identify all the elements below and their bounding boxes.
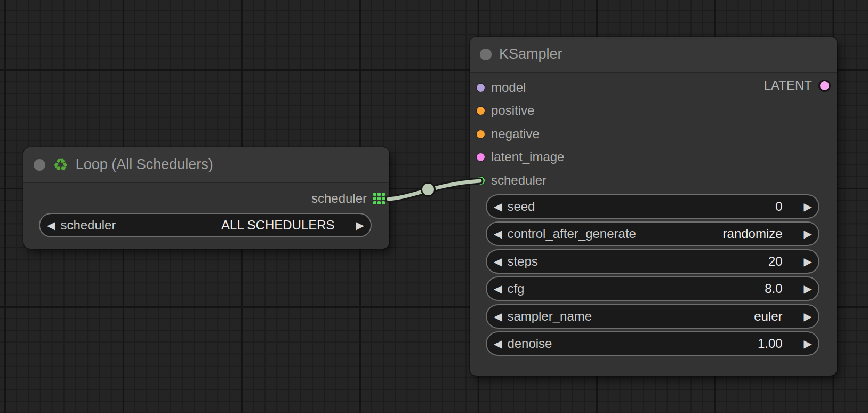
- graph-canvas[interactable]: { "icons": { "left_arrow": "◀", "right_a…: [0, 0, 868, 413]
- widget-value: randomize: [723, 226, 783, 241]
- output-port-latent[interactable]: LATENT: [764, 77, 831, 94]
- collapse-dot[interactable]: [34, 159, 45, 171]
- widget-name: sampler_name: [507, 309, 592, 324]
- node-header[interactable]: KSampler: [470, 37, 837, 73]
- input-port-latent-image[interactable]: latent_image: [477, 148, 564, 165]
- increment-arrow-icon[interactable]: ▶: [804, 201, 812, 212]
- widget-name: seed: [507, 199, 535, 214]
- widget-name: scheduler: [60, 218, 116, 233]
- widget-name: cfg: [507, 281, 524, 296]
- input-port-positive[interactable]: positive: [477, 102, 534, 119]
- grid-output-icon[interactable]: [373, 193, 385, 204]
- increment-arrow-icon[interactable]: ▶: [804, 283, 812, 294]
- input-label: negative: [491, 126, 540, 141]
- node-title: Loop (All Schedulers): [76, 156, 213, 173]
- node-ksampler[interactable]: KSampler model positive negative latent_…: [470, 37, 837, 376]
- widget-cfg[interactable]: ◀ cfg 8.0 ▶: [486, 276, 819, 301]
- input-port-negative[interactable]: negative: [477, 125, 540, 142]
- widget-value: ALL SCHEDULERS: [221, 218, 335, 233]
- increment-arrow-icon[interactable]: ▶: [356, 220, 364, 231]
- link-midpoint-dot[interactable]: [422, 184, 434, 195]
- widget-name: control_after_generate: [507, 226, 636, 241]
- increment-arrow-icon[interactable]: ▶: [804, 338, 812, 349]
- widget-value: euler: [754, 309, 782, 324]
- input-dot[interactable]: [477, 177, 485, 185]
- widget-value: 1.00: [758, 336, 783, 351]
- widget-name: denoise: [507, 336, 552, 351]
- increment-arrow-icon[interactable]: ▶: [804, 228, 812, 239]
- input-dot[interactable]: [477, 130, 485, 138]
- decrement-arrow-icon[interactable]: ◀: [494, 338, 502, 349]
- decrement-arrow-icon[interactable]: ◀: [494, 228, 502, 239]
- input-label: scheduler: [491, 173, 546, 188]
- node-header[interactable]: ♻ Loop (All Schedulers): [23, 147, 389, 183]
- output-label: LATENT: [764, 78, 812, 93]
- widget-value: 20: [768, 254, 783, 269]
- input-label: positive: [491, 103, 534, 118]
- input-label: latent_image: [491, 149, 564, 164]
- node-title: KSampler: [499, 46, 562, 62]
- widget-seed[interactable]: ◀ seed 0 ▶: [486, 194, 819, 219]
- output-dot[interactable]: [818, 80, 831, 92]
- widget-steps[interactable]: ◀ steps 20 ▶: [486, 249, 819, 274]
- decrement-arrow-icon[interactable]: ◀: [494, 311, 502, 322]
- input-port-scheduler[interactable]: scheduler: [477, 172, 546, 189]
- widget-value: 0: [775, 199, 782, 214]
- link-wire-outline: [389, 181, 480, 199]
- widget-control-after-generate[interactable]: ◀ control_after_generate randomize ▶: [486, 221, 819, 246]
- input-port-model[interactable]: model: [477, 79, 526, 96]
- widget-scheduler[interactable]: ◀ scheduler ALL SCHEDULERS ▶: [39, 213, 372, 237]
- output-port-scheduler[interactable]: scheduler: [311, 190, 385, 207]
- recycle-icon: ♻: [53, 156, 68, 173]
- link-wire-scheduler: [389, 181, 480, 199]
- input-dot[interactable]: [477, 153, 485, 161]
- decrement-arrow-icon[interactable]: ◀: [494, 256, 502, 267]
- widget-value: 8.0: [765, 281, 782, 296]
- output-label: scheduler: [311, 191, 367, 206]
- decrement-arrow-icon[interactable]: ◀: [494, 283, 502, 294]
- collapse-dot[interactable]: [480, 49, 492, 60]
- input-label: model: [491, 80, 526, 95]
- increment-arrow-icon[interactable]: ▶: [804, 256, 812, 267]
- decrement-arrow-icon[interactable]: ◀: [47, 220, 55, 231]
- widget-name: steps: [507, 254, 537, 269]
- widget-sampler-name[interactable]: ◀ sampler_name euler ▶: [486, 304, 819, 329]
- input-dot[interactable]: [477, 84, 485, 92]
- increment-arrow-icon[interactable]: ▶: [804, 311, 812, 322]
- input-dot[interactable]: [477, 107, 485, 115]
- decrement-arrow-icon[interactable]: ◀: [494, 201, 502, 212]
- widget-denoise[interactable]: ◀ denoise 1.00 ▶: [486, 331, 819, 356]
- node-loop-all-schedulers[interactable]: ♻ Loop (All Schedulers) scheduler ◀ sche…: [23, 147, 389, 249]
